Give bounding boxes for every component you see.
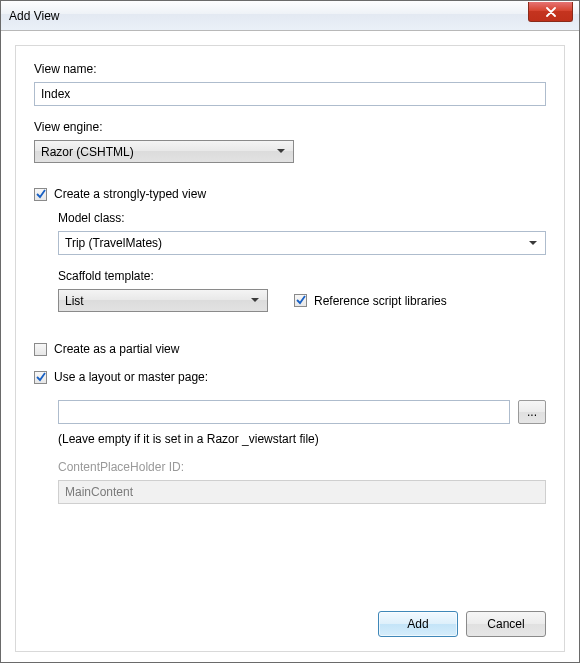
use-layout-checkbox-row[interactable]: Use a layout or master page:	[34, 370, 546, 384]
chevron-down-icon	[247, 298, 263, 303]
browse-button[interactable]: ...	[518, 400, 546, 424]
chevron-down-icon	[273, 149, 289, 154]
reference-scripts-checkbox[interactable]	[294, 294, 307, 307]
scaffold-template-value: List	[65, 294, 247, 308]
strongly-typed-checkbox[interactable]	[34, 188, 47, 201]
reference-scripts-label: Reference script libraries	[314, 294, 447, 308]
use-layout-label: Use a layout or master page:	[54, 370, 208, 384]
window-title: Add View	[9, 9, 59, 23]
model-class-value: Trip (TravelMates)	[65, 236, 525, 250]
view-engine-label: View engine:	[34, 120, 546, 134]
model-class-label: Model class:	[58, 211, 546, 225]
chevron-down-icon	[525, 241, 541, 246]
use-layout-checkbox[interactable]	[34, 371, 47, 384]
view-name-label: View name:	[34, 62, 546, 76]
partial-view-label: Create as a partial view	[54, 342, 179, 356]
partial-view-checkbox[interactable]	[34, 343, 47, 356]
strongly-typed-checkbox-row[interactable]: Create a strongly-typed view	[34, 187, 546, 201]
cancel-button[interactable]: Cancel	[466, 611, 546, 637]
title-bar: Add View	[1, 1, 579, 31]
scaffold-template-label: Scaffold template:	[58, 269, 546, 283]
scaffold-template-select[interactable]: List	[58, 289, 268, 312]
close-button[interactable]	[528, 2, 573, 22]
contentplaceholder-label: ContentPlaceHolder ID:	[58, 460, 546, 474]
layout-path-input[interactable]	[58, 400, 510, 424]
contentplaceholder-input	[58, 480, 546, 504]
close-icon	[546, 7, 556, 17]
model-class-select[interactable]: Trip (TravelMates)	[58, 231, 546, 255]
view-engine-value: Razor (CSHTML)	[41, 145, 273, 159]
strongly-typed-label: Create a strongly-typed view	[54, 187, 206, 201]
view-name-input[interactable]	[34, 82, 546, 106]
view-engine-select[interactable]: Razor (CSHTML)	[34, 140, 294, 163]
reference-scripts-checkbox-row[interactable]: Reference script libraries	[294, 289, 447, 312]
layout-hint: (Leave empty if it is set in a Razor _vi…	[58, 432, 546, 446]
partial-view-checkbox-row[interactable]: Create as a partial view	[34, 342, 546, 356]
add-button[interactable]: Add	[378, 611, 458, 637]
